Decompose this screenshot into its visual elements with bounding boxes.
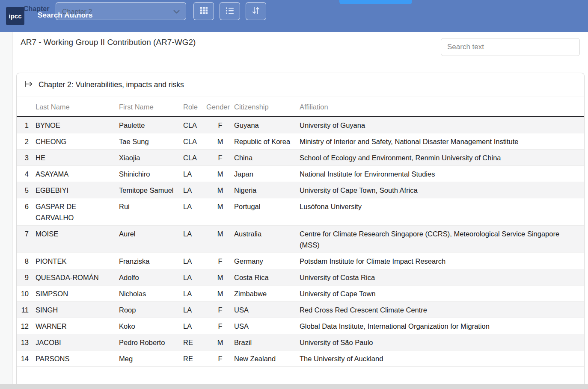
cell-affiliation: School of Ecology and Environment, Renmi… xyxy=(300,150,584,165)
grid-view-button[interactable] xyxy=(193,2,214,20)
column-header-last-name[interactable]: Last Name xyxy=(36,97,119,116)
sort-button[interactable] xyxy=(246,2,266,20)
cell-gender: F xyxy=(206,253,234,269)
cell-role: CLA xyxy=(183,150,206,165)
view-toolbar xyxy=(193,2,266,20)
table-row[interactable]: 8 PIONTEK Franziska LA F Germany Potsdam… xyxy=(17,253,584,269)
top-header: ipcc Search Authors Chapter Chapter 2 xyxy=(0,0,588,32)
row-number: 3 xyxy=(17,150,36,165)
ipcc-logo: ipcc xyxy=(6,7,24,25)
chapter-card-header: Chapter 2: Vulnerabilities, impacts and … xyxy=(17,73,584,97)
cell-role: LA xyxy=(183,318,206,334)
content-area: AR7 - Working Group II Contribution (AR7… xyxy=(0,32,588,389)
cell-last-name: QUESADA-ROMÁN xyxy=(36,269,119,285)
table-row[interactable]: 12 WARNER Koko LA F USA Global Data Inst… xyxy=(17,318,584,334)
table-row[interactable]: 2 CHEONG Tae Sung CLA M Republic of Kore… xyxy=(17,133,584,150)
cell-affiliation: University of Cape Town xyxy=(300,286,584,301)
cell-affiliation: Potsdam Institute for Climate Impact Res… xyxy=(300,253,584,269)
cell-last-name: CHEONG xyxy=(36,133,119,149)
cell-citizenship: Brazil xyxy=(234,334,300,350)
cell-first-name: Franziska xyxy=(119,253,183,269)
arrow-from-bar-icon xyxy=(25,80,33,89)
cell-affiliation: Red Cross Red Crescent Climate Centre xyxy=(300,302,584,318)
cell-last-name: PARSONS xyxy=(36,351,119,366)
app-window: ipcc Search Authors Chapter Chapter 2 xyxy=(0,0,588,389)
table-row[interactable]: 13 JACOBI Pedro Roberto RE M Brazil Univ… xyxy=(17,334,584,351)
table-row[interactable]: 10 SIMPSON Nicholas LA M Zimbabwe Univer… xyxy=(17,286,584,302)
cell-gender: M xyxy=(206,182,234,198)
partial-top-button[interactable] xyxy=(339,0,412,4)
cell-citizenship: Zimbabwe xyxy=(234,286,300,301)
search-input[interactable] xyxy=(441,38,580,56)
cell-first-name: Rui xyxy=(119,198,183,214)
grid-icon xyxy=(200,6,208,16)
table-row[interactable]: 14 PARSONS Meg RE F New Zealand The Univ… xyxy=(17,351,584,367)
cell-affiliation: Lusófona University xyxy=(300,198,584,214)
column-header-citizenship[interactable]: Citizenship xyxy=(234,97,300,116)
cell-affiliation: Centre for Climate Research Singapore (C… xyxy=(300,226,584,253)
list-view-button[interactable] xyxy=(220,2,240,20)
cell-citizenship: New Zealand xyxy=(234,351,300,366)
cell-role: LA xyxy=(183,269,206,285)
row-number: 14 xyxy=(17,351,36,366)
row-number: 5 xyxy=(17,182,36,198)
cell-citizenship: USA xyxy=(234,318,300,334)
table-row[interactable]: 6 GASPAR DE CARVALHO Rui LA M Portugal L… xyxy=(17,198,584,226)
cell-first-name: Tae Sung xyxy=(119,133,183,149)
cell-last-name: BYNOE xyxy=(36,117,119,133)
cell-first-name: Pedro Roberto xyxy=(119,334,183,350)
cell-gender: M xyxy=(206,166,234,182)
cell-last-name: SINGH xyxy=(36,302,119,318)
cell-gender: M xyxy=(206,334,234,350)
cell-gender: F xyxy=(206,302,234,318)
cell-affiliation: University of Cape Town, South Africa xyxy=(300,182,584,198)
table-row[interactable]: 11 SINGH Roop LA F USA Red Cross Red Cre… xyxy=(17,302,584,318)
column-header-role[interactable]: Role xyxy=(183,97,206,116)
cell-role: LA xyxy=(183,182,206,198)
cell-first-name: Temitope Samuel xyxy=(119,182,183,198)
cell-citizenship: China xyxy=(234,150,300,165)
cell-citizenship: Guyana xyxy=(234,117,300,133)
cell-first-name: Aurel xyxy=(119,226,183,242)
cell-citizenship: Republic of Korea xyxy=(234,133,300,149)
row-number: 6 xyxy=(17,198,36,214)
list-icon xyxy=(226,7,234,16)
cell-role: CLA xyxy=(183,133,206,149)
table-row[interactable]: 1 BYNOE Paulette CLA F Guyana University… xyxy=(17,117,584,133)
table-row[interactable]: 3 HE Xiaojia CLA F China School of Ecolo… xyxy=(17,150,584,166)
cell-citizenship: Australia xyxy=(234,226,300,242)
cell-last-name: MOISE xyxy=(36,226,119,242)
page-bottom-strip xyxy=(0,384,588,389)
cell-gender: F xyxy=(206,150,234,165)
table-row[interactable]: 7 MOISE Aurel LA M Australia Centre for … xyxy=(17,226,584,253)
cell-last-name: ASAYAMA xyxy=(36,166,119,182)
table-row[interactable]: 5 EGBEBIYI Temitope Samuel LA M Nigeria … xyxy=(17,182,584,198)
column-header-affiliation[interactable]: Affiliation xyxy=(300,97,584,116)
cell-role: LA xyxy=(183,253,206,269)
table-row[interactable]: 4 ASAYAMA Shinichiro LA M Japan National… xyxy=(17,166,584,182)
cell-citizenship: Costa Rica xyxy=(234,269,300,285)
cell-role: LA xyxy=(183,198,206,214)
chapter-card-title: Chapter 2: Vulnerabilities, impacts and … xyxy=(39,80,184,89)
cell-role: LA xyxy=(183,166,206,182)
cell-affiliation: University of Costa Rica xyxy=(300,269,584,285)
row-number: 8 xyxy=(17,253,36,269)
page-title: AR7 - Working Group II Contribution (AR7… xyxy=(21,38,196,47)
row-number: 12 xyxy=(17,318,36,334)
row-number: 2 xyxy=(17,133,36,149)
cell-gender: M xyxy=(206,198,234,214)
chapter-filter-label: Chapter xyxy=(24,5,49,13)
cell-last-name: WARNER xyxy=(36,318,119,334)
column-header-gender[interactable]: Gender xyxy=(206,97,234,116)
column-header-index xyxy=(17,97,36,105)
cell-role: LA xyxy=(183,226,206,242)
left-gutter xyxy=(0,32,13,389)
cell-first-name: Nicholas xyxy=(119,286,183,301)
column-header-first-name[interactable]: First Name xyxy=(119,97,183,116)
cell-last-name: EGBEBIYI xyxy=(36,182,119,198)
chapter-select[interactable]: Chapter 2 xyxy=(56,2,186,20)
cell-affiliation: National Institute for Environmental Stu… xyxy=(300,166,584,182)
cell-role: RE xyxy=(183,334,206,350)
row-number: 7 xyxy=(17,226,36,242)
table-row[interactable]: 9 QUESADA-ROMÁN Adolfo LA M Costa Rica U… xyxy=(17,269,584,286)
